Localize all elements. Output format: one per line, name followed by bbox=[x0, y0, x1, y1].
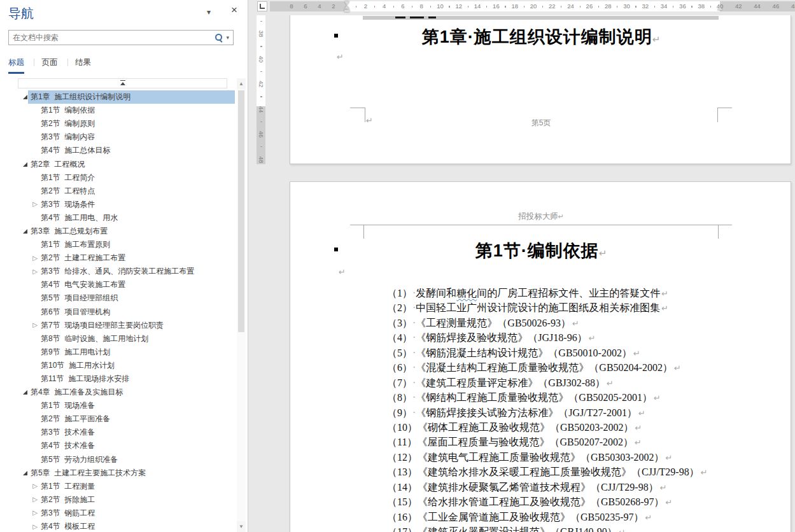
reference-list-item[interactable]: （4）·《钢筋焊接及验收规范》（JGJ18-96）↵ bbox=[387, 330, 769, 345]
reference-list-item[interactable]: （7）·《建筑工程质量评定标准》（GBJ302-88）↵ bbox=[387, 375, 769, 390]
section-1-heading[interactable]: 第1节·编制依据↵ bbox=[363, 239, 719, 262]
reference-list-item[interactable]: （14）《建筑排水硬聚氯乙烯管道技术规程》（CJJ/T29-98）↵ bbox=[387, 480, 769, 494]
tree-arrow-icon[interactable] bbox=[31, 523, 39, 531]
first-line-indent-marker[interactable] bbox=[344, 1, 349, 5]
heading-tree-item[interactable]: 第4节 技术准备 bbox=[0, 439, 237, 452]
heading-tree-item[interactable]: 第10节 施工用水计划 bbox=[0, 359, 237, 372]
heading-tree-item[interactable]: 第4节 施工用电、用水 bbox=[0, 211, 237, 225]
left-indent-marker[interactable] bbox=[344, 10, 349, 12]
heading-tree-item[interactable]: 第3节 技术准备 bbox=[0, 426, 237, 439]
heading-tree-item[interactable]: 第3节 钢筋工程 bbox=[0, 507, 237, 520]
tree-arrow-icon[interactable] bbox=[21, 94, 29, 101]
tree-arrow-icon[interactable] bbox=[31, 375, 39, 383]
heading-tree-item[interactable]: 第1节 工程测量 bbox=[0, 480, 237, 493]
heading-tree-item[interactable]: 第4节 模板工程 bbox=[0, 520, 237, 532]
heading-tree-item[interactable]: 第6节 项目管理机构 bbox=[0, 305, 237, 319]
reference-list-item[interactable]: （2）·中国轻工业广州设计院设计的施工图纸及相关标准图集↵ bbox=[387, 300, 769, 315]
reference-list-item[interactable]: （13）《建筑给水排水及采暖工程施工质量验收规范》（CJJ/T29-98）↵ bbox=[387, 465, 769, 479]
tree-arrow-icon[interactable] bbox=[21, 227, 29, 235]
reference-list-item[interactable]: （8）·《钢结构工程施工质量验收规范》（GB50205-2001）↵ bbox=[387, 390, 769, 405]
search-dropdown-icon[interactable]: ▾ bbox=[226, 34, 229, 41]
tree-arrow-icon[interactable] bbox=[31, 134, 39, 141]
scroll-down-icon[interactable]: ▼ bbox=[237, 521, 246, 532]
tree-arrow-icon[interactable] bbox=[21, 160, 29, 168]
reference-list-item[interactable]: （17）《建筑灭火器配置设计规范》（GBJ140-90）↵ bbox=[387, 524, 769, 532]
reference-list-item[interactable]: （15）《给水排水管道工程施工及验收规范》（GB50268-97）↵ bbox=[387, 494, 769, 509]
tree-arrow-icon[interactable] bbox=[31, 321, 39, 329]
tree-arrow-icon[interactable] bbox=[31, 255, 39, 262]
heading-tree-item[interactable]: 第2节 拆除施工 bbox=[0, 493, 237, 507]
tree-arrow-icon[interactable] bbox=[31, 456, 39, 463]
heading-tree-item[interactable]: 第7节 现场项目经理部主要岗位职责 bbox=[0, 319, 237, 332]
tree-arrow-icon[interactable] bbox=[31, 147, 39, 155]
nav-tab[interactable]: 页面 bbox=[41, 57, 57, 74]
tree-arrow-icon[interactable] bbox=[31, 308, 39, 316]
nav-scrollbar-thumb[interactable] bbox=[238, 90, 244, 332]
tree-arrow-icon[interactable] bbox=[31, 174, 39, 181]
heading-tree-item[interactable]: 第8节 临时设施、施工用地计划 bbox=[0, 332, 237, 346]
reference-list-item[interactable]: （11）《屋面工程质量与验收规范》（GB50207-2002）↵ bbox=[387, 435, 769, 449]
heading-tree-item[interactable]: 第1节 工程简介 bbox=[0, 171, 237, 185]
tree-arrow-icon[interactable] bbox=[31, 281, 39, 289]
tree-arrow-icon[interactable] bbox=[31, 120, 39, 128]
tree-arrow-icon[interactable] bbox=[31, 295, 39, 302]
reference-list-item[interactable]: （3）·《工程测量规范》（GB50026-93）↵ bbox=[387, 316, 769, 330]
heading-tree-item[interactable]: 第5节 项目经理部组织 bbox=[0, 291, 237, 305]
reference-list-item[interactable]: （16）《工业金属管道施工及验收规范》（GB50235-97）↵ bbox=[387, 510, 769, 524]
heading-tree-item[interactable]: 第2节 施工平面准备 bbox=[0, 412, 237, 426]
heading-tree-item[interactable]: 第2章 工程概况 bbox=[0, 157, 237, 171]
nav-options-dropdown-icon[interactable]: ▾ bbox=[207, 8, 211, 17]
tree-arrow-icon[interactable] bbox=[31, 442, 39, 450]
tree-arrow-icon[interactable] bbox=[31, 107, 39, 115]
heading-tree-item[interactable]: 第2节 土建工程施工布置 bbox=[0, 251, 237, 265]
heading-tree-item[interactable]: 第5章 土建工程主要施工技术方案 bbox=[0, 466, 237, 480]
heading-tree-item[interactable]: 第3节 编制内容 bbox=[0, 130, 237, 144]
heading-tree-item[interactable]: 第2节 工程特点 bbox=[0, 185, 237, 198]
nav-tab[interactable]: 标题 bbox=[8, 57, 24, 74]
tree-arrow-icon[interactable] bbox=[31, 214, 39, 221]
heading-tree-item[interactable]: 第4节 施工总体目标 bbox=[0, 144, 237, 157]
jump-to-beginning-button[interactable] bbox=[18, 78, 227, 88]
scroll-up-icon[interactable]: ▲ bbox=[237, 78, 246, 89]
heading-tree-item[interactable]: 第11节 施工现场排水安排 bbox=[0, 372, 237, 386]
tree-arrow-icon[interactable] bbox=[31, 335, 39, 342]
heading-tree-item[interactable]: 第9节 施工用电计划 bbox=[0, 346, 237, 359]
right-indent-marker[interactable] bbox=[717, 6, 722, 10]
heading-tree-item[interactable]: 第3节 现场条件 bbox=[0, 198, 237, 211]
nav-close-icon[interactable]: × bbox=[231, 4, 237, 17]
tree-arrow-icon[interactable] bbox=[31, 402, 39, 410]
heading-tree-item[interactable]: 第3章 施工总规划布置 bbox=[0, 225, 237, 238]
tree-arrow-icon[interactable] bbox=[31, 348, 39, 356]
heading-tree-item[interactable]: 第3节 给排水、通风、消防安装工程施工布置 bbox=[0, 265, 237, 278]
heading-tree-item[interactable]: 第4节 电气安装施工布置 bbox=[0, 278, 237, 291]
tree-arrow-icon[interactable] bbox=[31, 416, 39, 423]
tree-arrow-icon[interactable] bbox=[31, 361, 39, 369]
heading-tree-item[interactable]: 第1章 施工组织设计编制说明 bbox=[0, 90, 237, 104]
heading-tree-item[interactable]: 第1节 施工布置原则 bbox=[0, 238, 237, 251]
heading-tree-item[interactable]: 第5节 劳动力组织准备 bbox=[0, 453, 237, 466]
heading-tree-item[interactable]: 第1节 编制依据 bbox=[0, 104, 237, 117]
search-input[interactable] bbox=[9, 33, 215, 42]
tree-arrow-icon[interactable] bbox=[21, 389, 29, 396]
reference-list-item[interactable]: （9）·《钢筋焊接接头试验方法标准》（JGJ/T27-2001）↵ bbox=[387, 405, 769, 420]
tab-selector-button[interactable] bbox=[257, 1, 267, 11]
tree-arrow-icon[interactable] bbox=[31, 496, 39, 503]
heading-tree-item[interactable]: 第4章 施工准备及实施目标 bbox=[0, 386, 237, 399]
tree-arrow-icon[interactable] bbox=[31, 268, 39, 276]
reference-list-item[interactable]: （12）《建筑电气工程施工质量验收规范》（GB50303-2002）↵ bbox=[387, 450, 769, 465]
tree-arrow-icon[interactable] bbox=[31, 429, 39, 437]
tree-arrow-icon[interactable] bbox=[21, 469, 29, 477]
reference-list-item[interactable]: （6）·《混凝土结构工程施工质量验收规范》（GB50204-2002）↵ bbox=[387, 360, 769, 375]
reference-list-item[interactable]: （1）·发酵间和糖化间的厂房工程招标文件、业主的答疑文件↵ bbox=[387, 286, 769, 300]
nav-tab[interactable]: 结果 bbox=[75, 57, 91, 74]
tree-arrow-icon[interactable] bbox=[31, 482, 39, 490]
tree-arrow-icon[interactable] bbox=[31, 509, 39, 517]
tree-arrow-icon[interactable] bbox=[31, 200, 39, 208]
reference-list-item[interactable]: （5）·《钢筋混凝土结构设计规范》（GB50010-2002）↵ bbox=[387, 346, 769, 360]
heading-tree-item[interactable]: 第2节 编制原则 bbox=[0, 117, 237, 130]
heading-tree-item[interactable]: 第1节 现场准备 bbox=[0, 399, 237, 412]
reference-list-item[interactable]: （10）《砌体工程施工及验收规范》（GB50203-2002）↵ bbox=[387, 420, 769, 435]
hanging-indent-marker[interactable] bbox=[344, 6, 349, 9]
search-icon[interactable] bbox=[215, 34, 223, 42]
chapter-1-heading[interactable]: 第1章·施工组织设计编制说明↵ bbox=[363, 25, 719, 48]
